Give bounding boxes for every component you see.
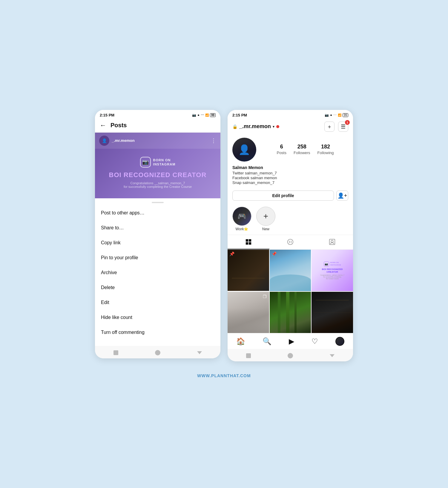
reels-nav-icon[interactable]: ▶ <box>289 337 294 346</box>
svg-rect-6 <box>291 241 291 243</box>
back-arrow-icon[interactable]: ← <box>100 122 106 129</box>
followers-label: Followers <box>294 151 310 155</box>
bio-snap: Snap salman_memon_7 <box>232 180 348 185</box>
pin-icon-1: 📌 <box>229 251 234 256</box>
boi-grid-content: 📷 BORN ONINSTAGRAM BOI RECOGNIZEDCREATOR… <box>312 250 353 291</box>
boi-small-icon: 📷 <box>324 261 329 267</box>
svg-point-8 <box>331 240 333 242</box>
tab-reels[interactable] <box>269 235 311 249</box>
boi-title: BOI RECOGNIZED CREATOR <box>109 171 207 179</box>
status-icons-left: 📷 ● ⋯ 📶 99 <box>192 113 216 117</box>
posts-stat[interactable]: 6 Posts <box>277 144 286 155</box>
heart-nav-icon[interactable]: ♡ <box>312 337 318 346</box>
grid-post-3[interactable]: 📷 BORN ONINSTAGRAM BOI RECOGNIZEDCREATOR… <box>312 250 353 291</box>
grid-post-5[interactable] <box>270 292 311 333</box>
boi-logo-icon: 📷 <box>140 157 151 168</box>
edit-profile-button[interactable]: Edit profile <box>232 191 334 201</box>
post-content: 📷 BORN ONINSTAGRAM BOI RECOGNIZED CREATO… <box>95 149 220 197</box>
pin-icon-2: 📌 <box>271 251 277 256</box>
android-triangle-icon-right[interactable] <box>330 354 335 357</box>
post-menu-icon[interactable]: ⋮ <box>211 137 216 144</box>
bottom-nav: 🏠 🔍 ▶ ♡ <box>228 333 353 349</box>
android-nav-left <box>95 346 220 358</box>
tab-tagged[interactable] <box>311 235 353 249</box>
avatar-image: 👤 <box>232 138 256 162</box>
profile-nav-avatar[interactable] <box>335 337 344 346</box>
grid-post-1[interactable]: 📌 <box>228 250 269 291</box>
highlight-new-label: New <box>262 227 269 231</box>
tab-grid[interactable] <box>228 235 269 249</box>
sheet-item-turn-off-commenting[interactable]: Turn off commenting <box>95 325 220 340</box>
status-bar-right: 2:15 PM 📷 ● ⋯ 📶 99 <box>228 110 353 119</box>
highlight-new-circle: + <box>256 207 275 226</box>
posts-header: ← Posts <box>95 119 220 133</box>
sheet-item-edit[interactable]: Edit <box>95 295 220 310</box>
search-nav-icon[interactable]: 🔍 <box>263 337 271 346</box>
live-indicator <box>276 125 279 128</box>
android-square-icon-right[interactable] <box>246 353 251 358</box>
highlight-work-label: Work⭐ <box>236 227 248 231</box>
sheet-item-hide-like[interactable]: Hide like count <box>95 310 220 325</box>
boi-logo: 📷 BORN ONINSTAGRAM <box>140 157 176 168</box>
profile-username: _.mr.memon <box>239 123 271 130</box>
svg-point-4 <box>288 239 293 245</box>
android-square-icon[interactable] <box>113 350 118 355</box>
bio-full-name: Salman Memon <box>232 165 348 170</box>
profile-bio: Salman Memon Twitter salman_memon_7 Face… <box>228 165 353 188</box>
followers-stat[interactable]: 258 Followers <box>294 144 310 155</box>
svg-rect-5 <box>289 241 290 243</box>
grid-post-4[interactable]: ❐ <box>228 292 269 333</box>
boi-logo-text: BORN ONINSTAGRAM <box>153 158 176 167</box>
post-avatar: 👤 <box>99 136 109 146</box>
profile-stats: 6 Posts 258 Followers 182 Following <box>262 144 348 155</box>
add-content-button[interactable]: ＋ <box>324 122 335 132</box>
posts-grid: 📌 📌 📷 BORN ONINSTAGRAM BOI RECOG <box>228 250 353 333</box>
android-triangle-icon[interactable] <box>197 351 202 354</box>
following-count: 182 <box>317 144 334 150</box>
svg-rect-3 <box>249 242 251 245</box>
sheet-item-copy-link[interactable]: Copy link <box>95 235 220 250</box>
sheet-item-delete[interactable]: Delete <box>95 280 220 295</box>
home-nav-icon[interactable]: 🏠 <box>236 337 245 346</box>
username-row: 🔒 _.mr.memon ▾ <box>232 123 324 130</box>
time-right: 2:15 PM <box>232 113 247 117</box>
bottom-sheet: Post to other apps… Share to… Copy link … <box>95 202 220 346</box>
highlight-work[interactable]: 🎮 Work⭐ <box>232 207 251 231</box>
sheet-item-post-to-other-apps[interactable]: Post to other apps… <box>95 205 220 220</box>
post-header-row: 👤 _.mr.memon ⋮ <box>95 133 220 149</box>
android-circle-icon[interactable] <box>155 350 160 355</box>
highlight-work-image: 🎮 <box>233 207 251 226</box>
grid-post-2[interactable]: 📌 <box>270 250 311 291</box>
highlight-plus-icon: + <box>263 211 268 221</box>
highlight-new[interactable]: + New <box>256 207 275 231</box>
grid-post-6[interactable] <box>312 292 353 333</box>
following-stat[interactable]: 182 Following <box>317 144 334 155</box>
sheet-item-archive[interactable]: Archive <box>95 265 220 280</box>
status-bar-left: 2:15 PM 📷 ● ⋯ 📶 99 <box>95 110 220 119</box>
svg-rect-0 <box>246 239 248 242</box>
boi-small-title: BOI RECOGNIZEDCREATOR <box>322 268 343 273</box>
bio-facebook: Facebook salman memon <box>232 176 348 180</box>
chevron-down-icon[interactable]: ▾ <box>273 125 274 129</box>
posts-label: Posts <box>277 151 286 155</box>
status-icons-right: 📷 ● ⋯ 📶 99 <box>325 113 348 117</box>
header-actions: ＋ ☰ 1 <box>324 122 348 132</box>
svg-rect-7 <box>329 239 335 245</box>
boi-small-logo: 📷 BORN ONINSTAGRAM <box>324 261 341 267</box>
add-person-button[interactable]: 👤+ <box>336 191 348 201</box>
android-nav-right <box>228 349 353 361</box>
android-circle-icon-right[interactable] <box>288 353 293 358</box>
posts-count: 6 <box>277 144 286 150</box>
page-title: Posts <box>111 122 127 129</box>
boi-congrats: Congratulations __salman_memon_7for succ… <box>124 181 192 188</box>
sheet-item-share-to[interactable]: Share to… <box>95 220 220 235</box>
profile-avatar: 👤 <box>232 138 256 162</box>
post-preview: 👤 _.mr.memon ⋮ 📷 BORN ONINSTAGRAM BOI RE… <box>95 133 220 198</box>
menu-button[interactable]: ☰ 1 <box>338 122 348 132</box>
sheet-item-pin[interactable]: Pin to your profile <box>95 250 220 265</box>
svg-rect-1 <box>249 239 251 242</box>
highlights-row: 🎮 Work⭐ + New <box>228 204 353 235</box>
footer-url: WWW.PLANNTHAT.COM <box>197 373 251 378</box>
bio-twitter: Twitter salman_memon_7 <box>232 171 348 175</box>
lock-icon: 🔒 <box>232 124 237 129</box>
